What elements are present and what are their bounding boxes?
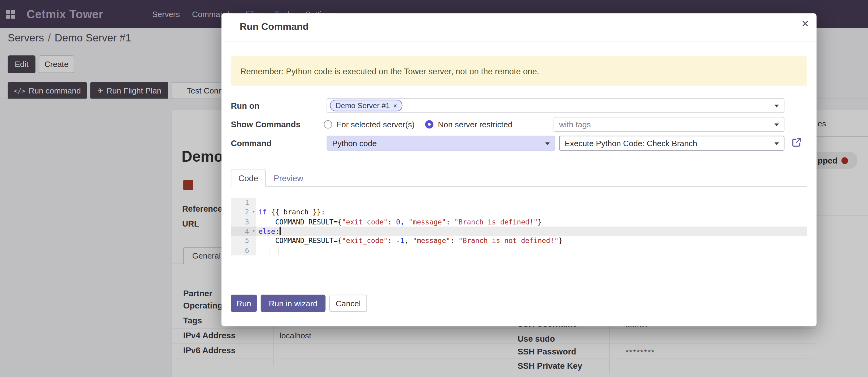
code-line-text (256, 198, 807, 207)
show-commands-label: Show Commands (231, 120, 300, 129)
with-tags-placeholder: with tags (559, 120, 591, 129)
dropdown-caret-icon (775, 142, 779, 145)
close-icon[interactable]: × (802, 18, 809, 30)
command-value: Execute Python Code: Check Branch (564, 139, 697, 148)
command-label: Command (231, 139, 271, 148)
dialog-title: Run Command (240, 21, 309, 33)
alert-text: Remember: Python code is executed on the… (240, 66, 539, 76)
line-number: 2▾ (231, 207, 256, 217)
run-button[interactable]: Run (231, 295, 256, 312)
server-tag-label: Demo Server #1 (335, 102, 390, 110)
run-command-dialog: Run Command × Remember: Python code is e… (222, 13, 816, 326)
tab-strip-divider (231, 186, 807, 187)
radio-non-server-restricted-label[interactable]: Non server restricted (438, 120, 513, 129)
editor-line[interactable]: 5 COMMAND_RESULT={"exit_code": -1, "mess… (231, 236, 807, 246)
line-number: 4▾ (231, 227, 256, 236)
code-line-text: if {{ branch }}: (256, 207, 807, 217)
cancel-button[interactable]: Cancel (329, 295, 367, 312)
server-tag-chip: Demo Server #1 × (330, 99, 403, 111)
radio-for-selected-servers[interactable] (324, 120, 332, 128)
with-tags-select[interactable]: with tags (554, 117, 784, 132)
radio-non-server-restricted[interactable] (425, 120, 433, 128)
line-number: 1 (231, 198, 256, 207)
external-link-icon[interactable] (791, 137, 802, 148)
fold-icon[interactable]: ▾ (252, 227, 255, 236)
code-line-text: else: (256, 227, 807, 236)
text-cursor (279, 227, 281, 235)
line-number: 3 (231, 217, 256, 227)
editor-line[interactable]: 6 (231, 246, 807, 256)
tab-code[interactable]: Code (231, 169, 266, 187)
code-line-text (256, 246, 807, 256)
code-line-text: COMMAND_RESULT={"exit_code": -1, "messag… (256, 236, 807, 246)
dropdown-caret-icon (775, 123, 779, 126)
code-line-text: COMMAND_RESULT={"exit_code": 0, "message… (256, 217, 807, 227)
remove-tag-icon[interactable]: × (393, 102, 397, 109)
command-select[interactable]: Execute Python Code: Check Branch (559, 136, 784, 151)
run-on-select[interactable]: Demo Server #1 × (327, 98, 784, 113)
fold-icon[interactable]: ▾ (252, 207, 255, 217)
editor-line[interactable]: 3 COMMAND_RESULT={"exit_code": 0, "messa… (231, 217, 807, 227)
tab-preview[interactable]: Preview (270, 169, 307, 187)
editor-line[interactable]: 4▾else: (231, 227, 807, 236)
radio-for-selected-servers-label[interactable]: For selected server(s) (337, 120, 414, 129)
editor-line[interactable]: 2▾if {{ branch }}: (231, 207, 807, 217)
editor-line[interactable]: 1 (231, 198, 807, 207)
dropdown-caret-icon (775, 105, 779, 107)
dialog-header-divider (222, 41, 816, 42)
line-number: 6 (231, 246, 256, 256)
run-in-wizard-button[interactable]: Run in wizard (261, 295, 326, 312)
show-commands-options: For selected server(s) Non server restri… (324, 117, 512, 132)
code-editor[interactable]: 12▾if {{ branch }}:3 COMMAND_RESULT={"ex… (231, 198, 807, 255)
command-type-select[interactable]: Python code (327, 136, 555, 151)
dropdown-caret-icon (546, 142, 550, 145)
alert-warning: Remember: Python code is executed on the… (231, 56, 807, 86)
command-type-value: Python code (332, 139, 377, 148)
screen: Cetmix Tower Servers Commands Files Tool… (0, 0, 868, 377)
run-on-label: Run on (231, 101, 259, 110)
line-number: 5 (231, 236, 256, 246)
